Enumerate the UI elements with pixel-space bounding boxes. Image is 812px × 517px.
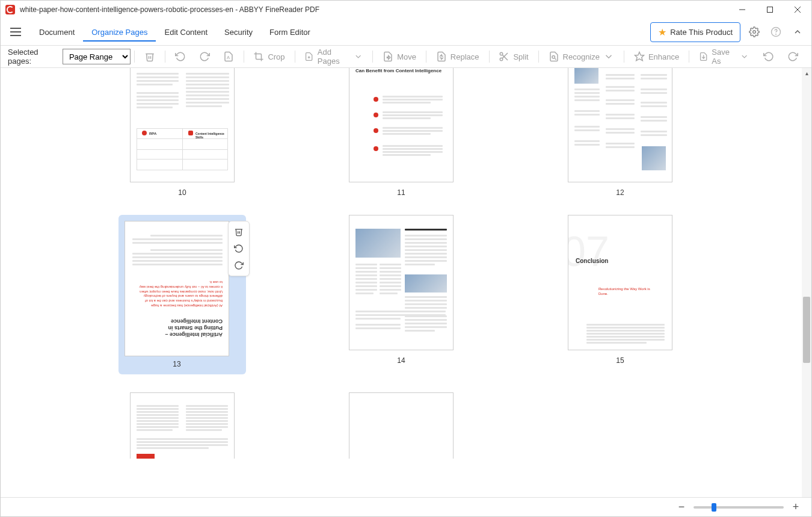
gear-icon[interactable] (746, 24, 762, 40)
zoom-in-button[interactable]: + (790, 501, 802, 513)
help-icon[interactable] (768, 24, 784, 40)
scrollbar-thumb[interactable] (803, 297, 810, 363)
svg-point-14 (552, 56, 555, 59)
menu-security[interactable]: Security (216, 23, 261, 42)
page-thumbnail-12[interactable]: 12 (568, 68, 672, 197)
menu-bar: Document Organize Pages Edit Content Sec… (1, 19, 811, 45)
maximize-button[interactable] (756, 1, 784, 19)
svg-text:A: A (227, 55, 230, 60)
move-button[interactable]: Move (377, 49, 422, 64)
page-thumbnail-14[interactable]: 14 (349, 215, 454, 374)
page-number: 12 (616, 188, 624, 197)
content-area: RPA Content Intelligence Skills 10 Can B… (1, 68, 811, 497)
zoom-out-button[interactable]: − (675, 501, 687, 513)
app-icon (5, 5, 15, 14)
enhance-button[interactable]: Enhance (628, 49, 685, 64)
redo-button[interactable] (781, 49, 804, 64)
svg-point-10 (500, 52, 503, 55)
menu-document[interactable]: Document (31, 23, 83, 42)
close-button[interactable] (784, 1, 811, 19)
svg-rect-1 (767, 7, 773, 13)
toolbar: Selected pages: Page Range A Crop Add Pa… (1, 45, 811, 68)
vertical-scrollbar[interactable]: ▴ (802, 68, 811, 497)
zoom-slider[interactable] (694, 506, 784, 509)
page-range-select[interactable]: Page Range (63, 49, 131, 64)
scroll-up-arrow[interactable]: ▴ (802, 68, 811, 78)
delete-button[interactable] (138, 49, 161, 64)
page-number: 15 (616, 356, 624, 365)
add-pages-button[interactable]: Add Pages (298, 45, 369, 68)
menu-form-editor[interactable]: Form Editor (261, 23, 319, 42)
delete-page-button[interactable] (231, 224, 247, 240)
rotate-page-left-button[interactable] (231, 241, 247, 256)
window-title: white-paper-how-content-intelligence-pow… (20, 5, 728, 14)
page-thumbnail-13[interactable]: Artificial Intelligence – Putting the Sm… (118, 215, 246, 374)
svg-point-4 (753, 31, 756, 34)
save-as-button[interactable]: Save As (693, 45, 755, 68)
page-number: 10 (178, 188, 186, 197)
page-thumbnail-11[interactable]: Can Benefit from Content Intelligence (349, 68, 454, 197)
page-number: 11 (397, 188, 405, 197)
star-icon: ★ (658, 26, 666, 38)
svg-point-6 (776, 34, 777, 34)
page-number: 14 (397, 356, 405, 365)
undo-button[interactable] (757, 49, 780, 64)
menu-edit-content[interactable]: Edit Content (156, 23, 216, 42)
window-controls (728, 1, 811, 19)
correct-orientation-button[interactable]: A (217, 49, 240, 64)
svg-point-11 (500, 58, 503, 61)
minimize-button[interactable] (728, 1, 756, 19)
hamburger-menu[interactable] (7, 23, 25, 41)
page-thumbnail-17[interactable] (349, 392, 454, 459)
replace-button[interactable]: Replace (430, 49, 485, 64)
crop-button[interactable]: Crop (247, 49, 291, 64)
page-thumbnail-16[interactable] (130, 392, 235, 459)
rotate-left-button[interactable] (169, 49, 192, 64)
chevron-up-icon[interactable] (790, 24, 805, 40)
split-button[interactable]: Split (493, 49, 534, 64)
selected-pages-label: Selected pages: (8, 48, 57, 66)
footer: − + (1, 497, 811, 516)
svg-line-15 (555, 58, 556, 60)
title-bar: white-paper-how-content-intelligence-pow… (1, 1, 811, 19)
menu-organize-pages[interactable]: Organize Pages (83, 23, 156, 42)
rotate-right-button[interactable] (193, 49, 216, 64)
recognize-button[interactable]: Recognize (543, 49, 620, 64)
svg-marker-16 (635, 52, 644, 61)
page-thumbnail-10[interactable]: RPA Content Intelligence Skills 10 (130, 68, 235, 197)
page-number: 13 (173, 360, 180, 368)
rotate-page-right-button[interactable] (231, 258, 247, 273)
rate-product-label: Rate This Product (670, 28, 733, 37)
thumbnail-tools (228, 221, 250, 276)
rate-product-button[interactable]: ★ Rate This Product (650, 22, 740, 42)
page-thumbnail-15[interactable]: 07 Conclusion Revolutionizing the Way Wo… (568, 215, 672, 374)
